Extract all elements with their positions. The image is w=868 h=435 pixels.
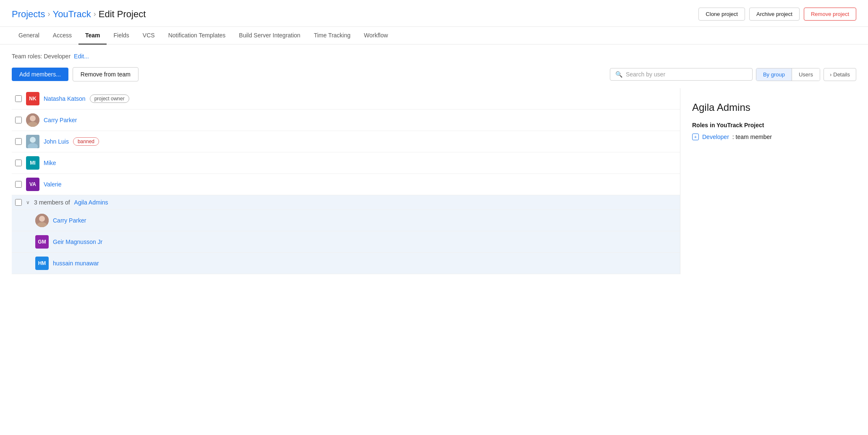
tab-access[interactable]: Access [46,27,78,45]
tab-general[interactable]: General [12,27,46,45]
sub-user-name-geir[interactable]: Geir Magnusson Jr [53,238,102,245]
header-actions: Clone project Archive project Remove pro… [698,8,856,21]
group-count-label: 3 members of [34,199,70,206]
detail-role-link[interactable]: Developer [702,134,729,140]
tab-notification[interactable]: Notification Templates [162,27,233,45]
tab-fields[interactable]: Fields [107,27,136,45]
list-item: GM Geir Magnusson Jr [12,231,680,253]
breadcrumb: Projects › YouTrack › Edit Project [12,9,146,20]
remove-project-button[interactable]: Remove project [804,8,856,21]
avatar [26,135,39,148]
user-checkbox-mike[interactable] [15,160,22,166]
user-checkbox-carry[interactable] [15,117,22,123]
table-row: John Luis banned [12,131,680,152]
detail-panel: Agila Admins Roles in YouTrack Project +… [680,88,856,274]
svg-point-1 [30,115,36,121]
avatar: HM [35,257,49,270]
expand-role-button[interactable]: + [692,134,699,140]
team-roles-edit-link[interactable]: Edit... [74,53,89,60]
tab-time[interactable]: Time Tracking [307,27,357,45]
main-layout: NK Natasha Katson project owner Carry Pa… [12,88,856,274]
badge-project-owner: project owner [90,94,129,103]
add-members-button[interactable]: Add members... [12,68,68,81]
table-row: Carry Parker [12,110,680,131]
team-roles-label: Team roles: Developer [12,53,71,60]
avatar: NK [26,92,39,105]
user-name-mike[interactable]: Mike [44,160,56,166]
archive-project-button[interactable]: Archive project [749,8,800,21]
by-group-button[interactable]: By group [756,68,792,81]
table-row: VA Valerie [12,174,680,195]
user-name-carry[interactable]: Carry Parker [44,117,77,123]
clone-project-button[interactable]: Clone project [698,8,745,21]
search-box[interactable]: 🔍 [610,68,753,81]
group-row: ∨ 3 members of Agila Admins [12,195,680,210]
view-toggle-group: By group Users [756,68,820,81]
list-item: HM hussain munawar [12,253,680,274]
user-checkbox-valerie[interactable] [15,181,22,188]
toolbar-right: 🔍 By group Users › Details [610,68,856,81]
breadcrumb-sep-1: › [47,10,50,18]
breadcrumb-projects[interactable]: Projects [12,9,45,20]
sub-user-name-hussain[interactable]: hussain munawar [53,260,99,267]
badge-banned: banned [73,137,99,146]
breadcrumb-sep-2: › [94,10,96,18]
table-row: MI Mike [12,152,680,174]
search-input[interactable] [626,71,747,78]
tab-bar: General Access Team Fields VCS Notificat… [0,27,868,45]
user-list: NK Natasha Katson project owner Carry Pa… [12,88,680,274]
avatar: GM [35,235,49,249]
avatar [26,113,39,127]
user-name-john[interactable]: John Luis [44,138,69,145]
group-checkbox[interactable] [15,199,22,206]
list-item: Carry Parker [12,210,680,231]
user-name-valerie[interactable]: Valerie [44,181,62,188]
avatar [35,214,49,227]
details-button[interactable]: › Details [824,68,856,81]
group-chevron-icon[interactable]: ∨ [26,199,30,205]
breadcrumb-youtrack[interactable]: YouTrack [52,9,91,20]
page-header: Projects › YouTrack › Edit Project Clone… [0,0,868,27]
sub-user-name-carry[interactable]: Carry Parker [53,217,86,224]
detail-role-row: + Developer : team member [692,134,844,140]
table-row: NK Natasha Katson project owner [12,88,680,110]
toolbar: Add members... Remove from team 🔍 By gro… [12,67,856,81]
content-area: Team roles: Developer Edit... Add member… [0,45,868,283]
details-label: Details [833,71,850,78]
remove-from-team-button[interactable]: Remove from team [73,67,139,81]
group-name-link[interactable]: Agila Admins [74,199,108,206]
users-button[interactable]: Users [792,68,820,81]
tab-team[interactable]: Team [78,27,107,45]
user-checkbox-john[interactable] [15,138,22,145]
svg-point-7 [39,216,45,222]
tab-vcs[interactable]: VCS [136,27,162,45]
avatar: VA [26,178,39,191]
team-roles-row: Team roles: Developer Edit... [12,53,856,60]
avatar: MI [26,156,39,170]
details-chevron-icon: › [830,71,831,78]
detail-panel-title: Agila Admins [692,102,844,113]
search-icon: 🔍 [615,71,622,78]
detail-roles-heading: Roles in YouTrack Project [692,122,844,128]
tab-build[interactable]: Build Server Integration [232,27,307,45]
user-checkbox-natasha[interactable] [15,95,22,102]
svg-point-4 [30,137,36,143]
plus-icon: + [694,134,697,139]
detail-role-suffix: : team member [732,134,772,140]
user-name-natasha[interactable]: Natasha Katson [44,95,86,102]
tab-workflow[interactable]: Workflow [357,27,395,45]
breadcrumb-current: Edit Project [99,9,146,20]
